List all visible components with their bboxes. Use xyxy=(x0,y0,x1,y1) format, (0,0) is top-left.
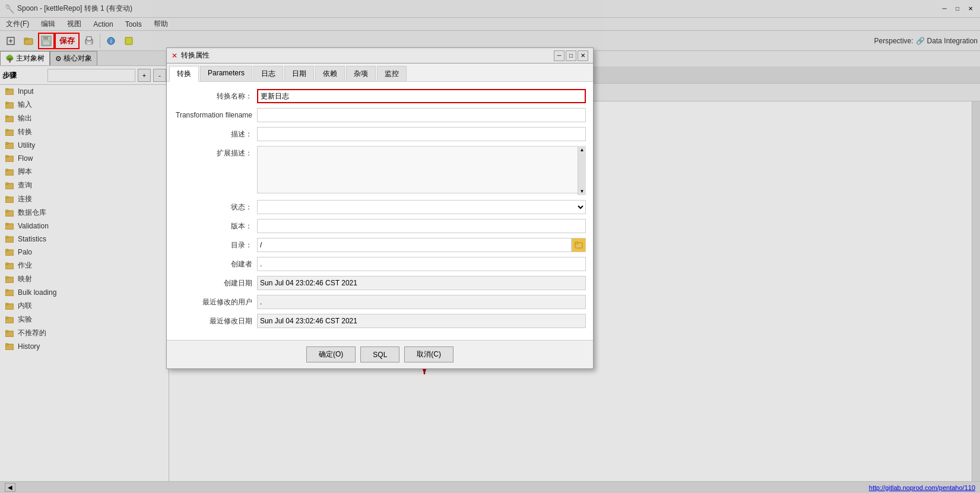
form-label-dir: 目录： xyxy=(174,240,257,250)
description-input[interactable] xyxy=(257,127,586,141)
cancel-button[interactable]: 取消(C) xyxy=(404,346,453,362)
dialog-title-text: 转换属性 xyxy=(181,50,210,61)
version-input[interactable] xyxy=(257,219,586,233)
scrollbar-down-icon[interactable]: ▼ xyxy=(580,189,585,194)
form-row-creator: 创建者 xyxy=(174,257,586,271)
dialog-tab-misc[interactable]: 杂项 xyxy=(346,66,376,81)
dialog-tab-transformation[interactable]: 转换 xyxy=(169,66,199,82)
dialog-footer: 确定(O) SQL 取消(C) xyxy=(167,340,593,368)
modified-date-input[interactable] xyxy=(257,314,586,328)
dir-input-group xyxy=(257,238,586,252)
creator-input[interactable] xyxy=(257,257,586,271)
form-label-modifier: 最近修改的用户 xyxy=(174,297,257,307)
form-row-created-date: 创建日期 xyxy=(174,276,586,290)
status-select[interactable] xyxy=(257,200,586,214)
form-label-created-date: 创建日期 xyxy=(174,278,257,288)
form-label-creator: 创建者 xyxy=(174,259,257,269)
ok-button[interactable]: 确定(O) xyxy=(306,346,356,362)
form-label-status: 状态： xyxy=(174,202,257,212)
dialog-tab-date[interactable]: 日期 xyxy=(284,66,314,81)
form-label-ext-desc: 扩展描述： xyxy=(174,146,257,158)
dialog-maximize-button[interactable]: □ xyxy=(566,50,576,61)
transformation-properties-dialog: ✕ 转换属性 ─ □ ✕ 转换 Parameters 日志 日期 依赖 杂项 监… xyxy=(166,47,594,369)
form-label-version: 版本： xyxy=(174,221,257,231)
form-label-filename: Transformation filename xyxy=(174,111,257,119)
form-label-modified-date: 最近修改日期 xyxy=(174,316,257,326)
form-row-version: 版本： xyxy=(174,219,586,233)
ext-description-input[interactable] xyxy=(257,146,586,193)
form-row-filename: Transformation filename xyxy=(174,108,586,122)
dialog-titlebar: ✕ 转换属性 ─ □ ✕ xyxy=(167,48,593,63)
dialog-close-button[interactable]: ✕ xyxy=(578,50,588,61)
dialog-icon: ✕ xyxy=(172,52,177,60)
form-row-status: 状态： xyxy=(174,200,586,214)
sql-button[interactable]: SQL xyxy=(360,346,399,362)
dialog-tab-parameters[interactable]: Parameters xyxy=(200,66,252,81)
svg-rect-73 xyxy=(575,242,578,244)
form-row-ext-desc: 扩展描述： ▲ ▼ xyxy=(174,146,586,195)
dialog-minimize-button[interactable]: ─ xyxy=(554,50,564,61)
transformation-filename-input[interactable] xyxy=(257,108,586,122)
created-date-input[interactable] xyxy=(257,276,586,290)
dialog-body: 转换名称： Transformation filename 描述： 扩展描述： … xyxy=(167,82,593,340)
form-row-modifier: 最近修改的用户 xyxy=(174,295,586,309)
form-label-desc: 描述： xyxy=(174,129,257,139)
dialog-tabs: 转换 Parameters 日志 日期 依赖 杂项 监控 xyxy=(167,63,593,82)
browse-dir-button[interactable] xyxy=(572,238,586,252)
dialog-overlay: ✕ 转换属性 ─ □ ✕ 转换 Parameters 日志 日期 依赖 杂项 监… xyxy=(0,0,980,493)
dialog-tab-monitor[interactable]: 监控 xyxy=(377,66,407,81)
dialog-tab-log[interactable]: 日志 xyxy=(253,66,283,81)
dir-input[interactable] xyxy=(257,238,572,252)
form-row-desc: 描述： xyxy=(174,127,586,141)
form-row-name: 转换名称： xyxy=(174,89,586,103)
transformation-name-input[interactable] xyxy=(257,89,586,103)
modifier-input[interactable] xyxy=(257,295,586,309)
form-row-modified-date: 最近修改日期 xyxy=(174,314,586,328)
dialog-tab-dep[interactable]: 依赖 xyxy=(315,66,345,81)
form-label-name: 转换名称： xyxy=(174,91,257,101)
scrollbar-up-icon[interactable]: ▲ xyxy=(580,147,585,152)
form-row-dir: 目录： xyxy=(174,238,586,252)
